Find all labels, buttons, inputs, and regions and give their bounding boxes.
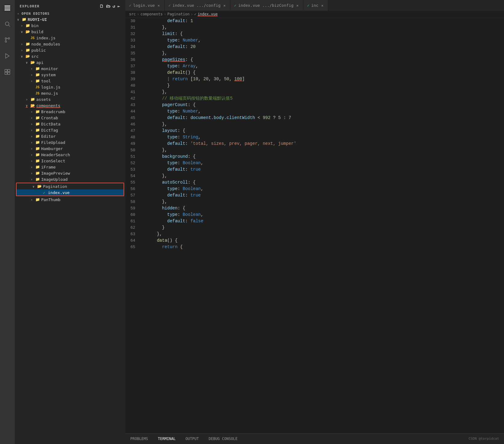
code-line-36: 36 pageSizes: {: [125, 57, 504, 63]
extensions-icon[interactable]: [2, 66, 13, 77]
files-icon[interactable]: [2, 2, 13, 14]
tab-index-config[interactable]: ✓ index.vue .../config ✕: [165, 0, 230, 11]
code-line-59: 59 hidden: {: [125, 205, 504, 212]
code-line-31: 31 },: [125, 24, 504, 31]
svg-point-3: [8, 38, 10, 39]
breadcrumb: src › components › Pagination › ✓ index.…: [125, 11, 504, 18]
svg-rect-10: [5, 72, 7, 75]
tab-output[interactable]: OUTPUT: [181, 434, 204, 444]
tab-close-login[interactable]: ✕: [157, 3, 161, 8]
breadcrumb-pagination[interactable]: Pagination: [167, 12, 189, 16]
tab-inc[interactable]: ✓ inc ✕: [303, 0, 328, 11]
svg-rect-9: [8, 69, 10, 72]
tab-terminal[interactable]: TERMINAL: [153, 434, 181, 444]
code-line-42: 42 // 移动端页码按钮的数量端默认值5: [125, 95, 504, 102]
source-control-icon[interactable]: [2, 34, 13, 46]
search-icon[interactable]: [2, 18, 13, 30]
open-editors-section[interactable]: › OPEN EDITORS: [15, 11, 125, 16]
code-line-62: 62 }: [125, 224, 504, 231]
code-line-65: 65 return {: [125, 244, 504, 250]
svg-rect-8: [5, 69, 7, 72]
svg-rect-11: [8, 72, 10, 75]
sidebar-item-login-js[interactable]: JS login.js: [15, 84, 125, 90]
code-line-39: 39 | return [10, 20, 30, 50, 100]: [125, 76, 504, 82]
code-line-54: 54 },: [125, 173, 504, 179]
breadcrumb-index-vue[interactable]: ✓ index.vue: [194, 12, 218, 16]
sidebar-item-hamburger[interactable]: › 📁 Hamburger: [15, 145, 125, 152]
sidebar-item-build-index[interactable]: JS index.js: [15, 35, 125, 41]
new-folder-icon[interactable]: 🗁: [106, 4, 111, 9]
code-line-32: 32 limit: {: [125, 31, 504, 37]
code-line-34: 34 default: 20: [125, 44, 504, 50]
breadcrumb-components[interactable]: components: [140, 12, 163, 16]
sidebar-item-headersearch[interactable]: › 📁 HeaderSearch: [15, 152, 125, 158]
sidebar-item-panthumb[interactable]: › 📁 PanThumb: [15, 196, 125, 203]
code-line-40: 40 }: [125, 82, 504, 89]
sidebar-item-node-modules[interactable]: › 📁 node_modules: [15, 41, 125, 47]
sidebar-item-pagination-index[interactable]: ✓ index.vue: [17, 189, 124, 196]
activity-bar: [0, 0, 15, 444]
code-line-49: 49 default: 'total, sizes, prev, pager, …: [125, 141, 504, 147]
sidebar-item-imageupload[interactable]: › 📁 ImageUpload: [15, 176, 125, 182]
vue-icon: ✓: [168, 3, 171, 8]
tab-close-bizconfig[interactable]: ✕: [295, 3, 299, 8]
sidebar-item-iconselect[interactable]: › 📁 IconSelect: [15, 158, 125, 164]
sidebar-item-editor[interactable]: › 📁 Editor: [15, 133, 125, 139]
vue-icon: ✓: [129, 3, 131, 8]
code-line-56: 56 type: Boolean,: [125, 186, 504, 192]
sidebar-item-dictdata[interactable]: › 📁 DictData: [15, 121, 125, 127]
sidebar-item-src[interactable]: ∨ 📂 src: [15, 53, 125, 59]
tab-debug-console[interactable]: DEBUG CONSOLE: [204, 434, 242, 444]
sidebar-item-monitor[interactable]: › 📁 monitor: [15, 65, 125, 72]
sidebar: EXPLORER 🗋 🗁 ↺ ⇤ › OPEN EDITORS ∨ 📁 RUOY…: [15, 0, 125, 444]
code-line-38: 38 default() {: [125, 69, 504, 76]
code-line-58: 58 },: [125, 199, 504, 205]
breadcrumb-src[interactable]: src: [129, 12, 136, 16]
sidebar-item-api[interactable]: ∨ 📂 api: [15, 59, 125, 65]
root-folder[interactable]: ∨ 📁 RUOYI-UI: [15, 16, 125, 22]
main-area: ✓ login.vue ✕ ✓ index.vue .../config ✕ ✓…: [125, 0, 504, 444]
vue-icon: ✓: [307, 3, 309, 8]
sidebar-item-dicttag[interactable]: › 📁 DictTag: [15, 127, 125, 133]
sidebar-item-pagination[interactable]: ∨ 📂 Pagination: [17, 183, 124, 189]
sidebar-item-crontab[interactable]: › 📁 Crontab: [15, 115, 125, 121]
run-debug-icon[interactable]: [2, 50, 13, 61]
sidebar-item-assets[interactable]: › 📁 assets: [15, 96, 125, 102]
sidebar-item-build[interactable]: ∨ 📂 build: [15, 29, 125, 35]
code-line-57: 57 default: true: [125, 192, 504, 199]
tab-index-bizconfig[interactable]: ✓ index.vue .../bizConfig ✕: [230, 0, 303, 11]
svg-point-0: [5, 22, 9, 26]
sidebar-header-actions: 🗋 🗁 ↺ ⇤: [99, 4, 120, 9]
sidebar-item-fileupload[interactable]: › 📁 FileUpload: [15, 139, 125, 145]
pagination-box: ∨ 📂 Pagination ✓ index.vue: [16, 183, 124, 196]
sidebar-item-iframe[interactable]: › 📁 iFrame: [15, 164, 125, 170]
code-line-52: 52 type: Boolean,: [125, 160, 504, 166]
tab-login-vue[interactable]: ✓ login.vue ✕: [125, 0, 165, 11]
new-file-icon[interactable]: 🗋: [99, 4, 104, 9]
tab-problems[interactable]: PROBLEMS: [125, 434, 153, 444]
code-line-63: 63 },: [125, 231, 504, 237]
sidebar-item-breadcrumb[interactable]: › 📁 Breadcrumb: [15, 109, 125, 115]
code-line-53: 53 default: true: [125, 166, 504, 173]
svg-point-4: [5, 41, 7, 42]
vue-icon: ✓: [234, 3, 236, 8]
code-line-43: 43 pagerCount: {: [125, 102, 504, 108]
explorer-header: EXPLORER 🗋 🗁 ↺ ⇤: [15, 0, 125, 11]
code-line-33: 33 type: Number,: [125, 37, 504, 44]
sidebar-item-system[interactable]: › 📁 system: [15, 72, 125, 78]
sidebar-item-public[interactable]: › 📁 public: [15, 47, 125, 53]
svg-line-1: [9, 25, 10, 27]
sidebar-item-tool[interactable]: › 📁 tool: [15, 78, 125, 84]
code-editor[interactable]: 30 default: 1 31 }, 32 limit: { 33 type:…: [125, 18, 504, 433]
refresh-icon[interactable]: ↺: [112, 4, 116, 9]
collapse-icon[interactable]: ⇤: [117, 4, 120, 9]
code-line-37: 37 type: Array,: [125, 63, 504, 69]
code-line-64: 64 data() {: [125, 237, 504, 244]
tab-close-config[interactable]: ✕: [222, 3, 226, 8]
sidebar-item-components[interactable]: ∨ 📂 components: [15, 102, 125, 109]
sidebar-item-bin[interactable]: › 📁 bin: [15, 22, 125, 29]
sidebar-item-menu-js[interactable]: JS menu.js: [15, 90, 125, 96]
sidebar-item-imagepreview[interactable]: › 📁 ImagePreview: [15, 170, 125, 176]
tab-close-inc[interactable]: ✕: [320, 3, 324, 8]
code-line-30: 30 default: 1: [125, 18, 504, 24]
